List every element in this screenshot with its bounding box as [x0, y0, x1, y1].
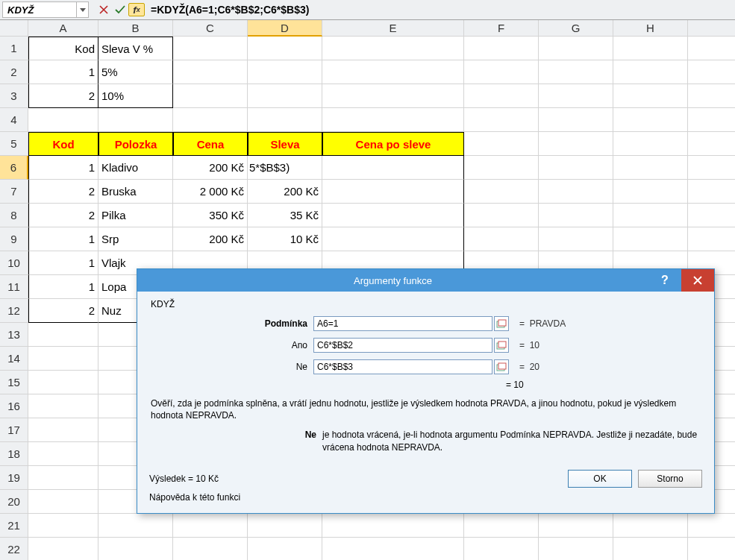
cell[interactable] — [28, 466, 98, 490]
cell[interactable] — [613, 204, 688, 227]
argument-input[interactable]: C6*$B$3 — [313, 359, 492, 374]
cell[interactable] — [688, 108, 735, 132]
cell[interactable]: 2 000 Kč — [173, 180, 248, 204]
cell[interactable] — [539, 156, 613, 180]
cell[interactable] — [464, 538, 539, 560]
cell[interactable] — [613, 108, 688, 132]
cell[interactable] — [539, 60, 613, 84]
cell[interactable] — [322, 538, 464, 560]
cell[interactable]: Pilka — [98, 204, 173, 227]
cell[interactable] — [539, 204, 613, 227]
cell[interactable] — [613, 227, 688, 251]
cell[interactable] — [688, 538, 735, 560]
cell[interactable] — [464, 37, 539, 60]
row-header[interactable]: 11 — [0, 275, 28, 299]
column-header[interactable]: A — [28, 20, 98, 37]
cell[interactable] — [688, 37, 735, 60]
cell[interactable]: Sleva — [248, 132, 322, 156]
row-header[interactable]: 4 — [0, 108, 28, 132]
help-link[interactable]: Nápověda k této funkci — [149, 492, 240, 503]
help-icon[interactable]: ? — [648, 269, 681, 292]
cell[interactable]: 200 Kč — [248, 180, 322, 204]
row-header[interactable]: 7 — [0, 180, 28, 204]
cell[interactable] — [464, 156, 539, 180]
cell[interactable] — [688, 60, 735, 84]
cancel-button[interactable]: Storno — [638, 470, 702, 488]
cell[interactable] — [28, 490, 98, 514]
cell[interactable]: 10% — [98, 84, 173, 108]
row-header[interactable]: 1 — [0, 37, 28, 60]
column-header[interactable]: D — [248, 20, 322, 37]
cell[interactable]: Kod — [28, 132, 98, 156]
column-header[interactable] — [688, 20, 735, 37]
column-header[interactable]: C — [173, 20, 248, 37]
select-all-corner[interactable] — [0, 20, 28, 37]
row-header[interactable]: 18 — [0, 442, 28, 466]
cell[interactable] — [613, 156, 688, 180]
cell[interactable] — [322, 180, 464, 204]
cell[interactable]: Cena — [173, 132, 248, 156]
column-header[interactable]: H — [613, 20, 688, 37]
cell[interactable] — [98, 108, 173, 132]
row-header[interactable]: 8 — [0, 204, 28, 227]
row-header[interactable]: 22 — [0, 538, 28, 560]
cell[interactable] — [173, 538, 248, 560]
ok-button[interactable]: OK — [568, 470, 632, 488]
cell[interactable] — [173, 514, 248, 538]
cell[interactable] — [613, 514, 688, 538]
cell[interactable] — [464, 204, 539, 227]
cell[interactable] — [688, 156, 735, 180]
cell[interactable] — [28, 418, 98, 442]
cell[interactable] — [322, 37, 464, 60]
cell[interactable] — [539, 180, 613, 204]
cell[interactable] — [464, 84, 539, 108]
range-selector-icon[interactable] — [494, 316, 509, 331]
cell[interactable] — [464, 60, 539, 84]
column-header[interactable]: G — [539, 20, 613, 37]
cell[interactable] — [613, 37, 688, 60]
cell[interactable]: 200 Kč — [173, 156, 248, 180]
cell[interactable]: 1 — [28, 251, 98, 275]
row-header[interactable]: 15 — [0, 371, 28, 394]
cell[interactable] — [464, 227, 539, 251]
dialog-titlebar[interactable]: Argumenty funkce ? — [137, 269, 714, 292]
row-header[interactable]: 2 — [0, 60, 28, 84]
cell[interactable] — [688, 204, 735, 227]
row-header[interactable]: 5 — [0, 132, 28, 156]
cell[interactable]: 2 — [28, 180, 98, 204]
row-header[interactable]: 9 — [0, 227, 28, 251]
row-header[interactable]: 6 — [0, 156, 28, 180]
cell[interactable]: Srp — [98, 227, 173, 251]
cell[interactable]: Polozka — [98, 132, 173, 156]
range-selector-icon[interactable] — [494, 359, 509, 374]
cell[interactable]: Cena po sleve — [322, 132, 464, 156]
formula-input[interactable]: =KDYŽ(A6=1;C6*$B$2;C6*$B$3) — [149, 1, 735, 18]
cell[interactable] — [613, 132, 688, 156]
cell[interactable] — [98, 514, 173, 538]
cell[interactable] — [613, 84, 688, 108]
row-header[interactable]: 19 — [0, 466, 28, 490]
row-header[interactable]: 3 — [0, 84, 28, 108]
cell[interactable] — [613, 538, 688, 560]
cell[interactable] — [688, 180, 735, 204]
cancel-formula-icon[interactable] — [96, 1, 112, 18]
cell[interactable]: 2 — [28, 299, 98, 323]
row-header[interactable]: 21 — [0, 514, 28, 538]
close-icon[interactable] — [681, 269, 714, 292]
row-header[interactable]: 13 — [0, 323, 28, 347]
cell[interactable] — [613, 180, 688, 204]
cell[interactable] — [248, 37, 322, 60]
cell[interactable] — [539, 37, 613, 60]
row-header[interactable]: 20 — [0, 490, 28, 514]
cell[interactable] — [28, 371, 98, 394]
cell[interactable] — [539, 538, 613, 560]
cell[interactable] — [28, 514, 98, 538]
cell[interactable] — [539, 132, 613, 156]
cell[interactable] — [173, 84, 248, 108]
cell[interactable] — [28, 347, 98, 371]
cell[interactable] — [322, 514, 464, 538]
cell[interactable] — [322, 108, 464, 132]
cell[interactable]: 10 Kč — [248, 227, 322, 251]
cell[interactable]: 5*$B$3) — [248, 156, 322, 180]
cell[interactable] — [464, 132, 539, 156]
